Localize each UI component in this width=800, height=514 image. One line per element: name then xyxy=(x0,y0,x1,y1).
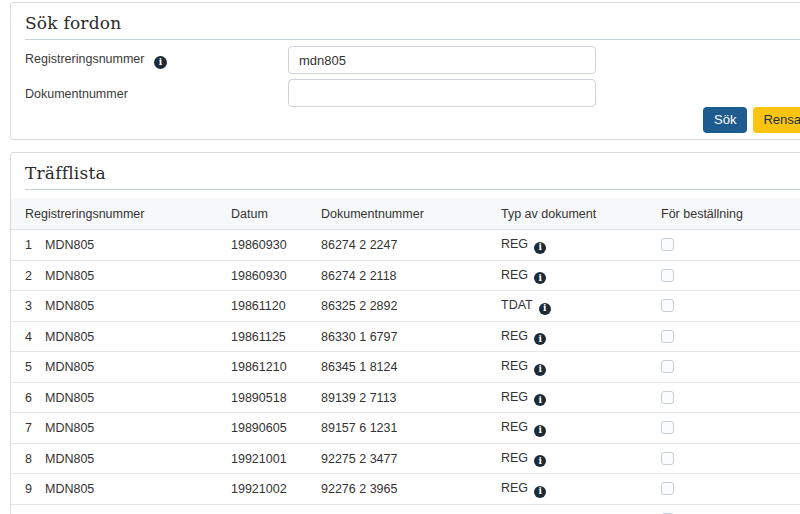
document-number-cell: 86274 2 2247 xyxy=(321,230,501,261)
order-checkbox[interactable] xyxy=(661,330,674,343)
document-type-cell: REG xyxy=(501,329,528,343)
registration-number-cell: MDN805 xyxy=(45,299,94,313)
order-checkbox[interactable] xyxy=(661,269,674,282)
date-cell: 19861210 xyxy=(231,352,321,383)
document-type-cell: REG xyxy=(501,237,528,251)
search-panel-header: Sök fordon xyxy=(25,3,800,40)
registration-number-cell: MDN805 xyxy=(45,360,94,374)
document-type-cell: REG xyxy=(501,268,528,282)
results-title: Träfflista xyxy=(25,163,800,183)
table-row: 9MDN805 19921002 92276 2 3965 REGi xyxy=(11,474,800,505)
column-header-type: Typ av dokument xyxy=(501,198,661,230)
table-row: 7MDN805 19890605 89157 6 1231 REGi xyxy=(11,413,800,444)
document-number-row: Dokumentnummer xyxy=(25,77,800,110)
order-checkbox[interactable] xyxy=(661,482,674,495)
info-icon[interactable]: i xyxy=(154,56,167,69)
table-row: 6MDN805 19890518 89139 2 7113 REGi xyxy=(11,382,800,413)
date-cell: 19921001 xyxy=(231,443,321,474)
info-icon[interactable]: i xyxy=(539,303,551,315)
table-row: 8MDN805 19921001 92275 2 3477 REGi xyxy=(11,443,800,474)
table-row: 5MDN805 19861210 86345 1 8124 REGi xyxy=(11,352,800,383)
column-header-document: Dokumentnummer xyxy=(321,198,501,230)
info-icon[interactable]: i xyxy=(534,272,546,284)
document-number-cell: 86330 1 6797 xyxy=(321,321,501,352)
order-checkbox[interactable] xyxy=(661,360,674,373)
row-number: 2 xyxy=(25,269,34,283)
table-row: 10MDN805 19930823 93236 1 3399 REGi xyxy=(11,504,800,514)
document-number-cell: 86345 1 8124 xyxy=(321,352,501,383)
row-number: 5 xyxy=(25,360,34,374)
date-cell: 19930823 xyxy=(231,504,321,514)
document-number-cell: 92276 2 3965 xyxy=(321,474,501,505)
order-checkbox[interactable] xyxy=(661,391,674,404)
registration-number-row: Registreringsnummer i xyxy=(25,44,800,77)
order-checkbox[interactable] xyxy=(661,421,674,434)
column-header-registration: Registreringsnummer xyxy=(11,198,231,230)
date-cell: 19890605 xyxy=(231,413,321,444)
registration-number-cell: MDN805 xyxy=(45,238,94,252)
info-icon[interactable]: i xyxy=(534,364,546,376)
table-row: 1MDN805 19860930 86274 2 2247 REGi xyxy=(11,230,800,261)
table-row: 3MDN805 19861120 86325 2 2892 TDATi xyxy=(11,291,800,322)
table-row: 2MDN805 19860930 86274 2 2118 REGi xyxy=(11,260,800,291)
column-header-order: För beställning xyxy=(661,198,800,230)
column-header-date: Datum xyxy=(231,198,321,230)
order-checkbox[interactable] xyxy=(661,299,674,312)
row-number: 3 xyxy=(25,299,34,313)
document-number-cell: 86274 2 2118 xyxy=(321,260,501,291)
document-number-cell: 89157 6 1231 xyxy=(321,413,501,444)
document-type-cell: REG xyxy=(501,481,528,495)
search-vehicle-panel: Sök fordon Registreringsnummer i Dokumen… xyxy=(10,2,800,140)
registration-number-cell: MDN805 xyxy=(45,452,94,466)
document-number-label: Dokumentnummer xyxy=(25,87,128,101)
document-type-cell: REG xyxy=(501,390,528,404)
row-number: 6 xyxy=(25,391,34,405)
search-button[interactable]: Sök xyxy=(703,107,747,133)
document-type-cell: REG xyxy=(501,451,528,465)
date-cell: 19890518 xyxy=(231,382,321,413)
row-number: 9 xyxy=(25,482,34,496)
registration-number-cell: MDN805 xyxy=(45,482,94,496)
document-type-cell: REG xyxy=(501,420,528,434)
info-icon[interactable]: i xyxy=(534,455,546,467)
document-number-cell: 93236 1 3399 xyxy=(321,504,501,514)
row-number: 7 xyxy=(25,421,34,435)
registration-number-cell: MDN805 xyxy=(45,391,94,405)
registration-number-cell: MDN805 xyxy=(45,421,94,435)
row-number: 8 xyxy=(25,452,34,466)
registration-number-cell: MDN805 xyxy=(45,269,94,283)
table-row: 4MDN805 19861125 86330 1 6797 REGi xyxy=(11,321,800,352)
results-table: Registreringsnummer Datum Dokumentnummer… xyxy=(11,198,800,514)
document-number-cell: 89139 2 7113 xyxy=(321,382,501,413)
results-panel: Träfflista Registreringsnummer Datum Dok… xyxy=(10,152,800,514)
info-icon[interactable]: i xyxy=(534,486,546,498)
order-checkbox[interactable] xyxy=(661,238,674,251)
info-icon[interactable]: i xyxy=(534,425,546,437)
document-type-cell: TDAT xyxy=(501,298,533,312)
page-title: Sök fordon xyxy=(25,13,800,33)
info-icon[interactable]: i xyxy=(534,333,546,345)
info-icon[interactable]: i xyxy=(534,394,546,406)
clear-button[interactable]: Rensa xyxy=(753,107,800,133)
registration-number-label: Registreringsnummer i xyxy=(25,52,167,69)
table-header-row: Registreringsnummer Datum Dokumentnummer… xyxy=(11,198,800,230)
date-cell: 19861120 xyxy=(231,291,321,322)
document-number-cell: 86325 2 2892 xyxy=(321,291,501,322)
search-actions: Sök Rensa xyxy=(703,107,800,133)
date-cell: 19921002 xyxy=(231,474,321,505)
document-number-input[interactable] xyxy=(288,79,596,107)
info-icon[interactable]: i xyxy=(534,242,546,254)
order-checkbox[interactable] xyxy=(661,452,674,465)
document-number-cell: 92275 2 3477 xyxy=(321,443,501,474)
document-type-cell: REG xyxy=(501,359,528,373)
date-cell: 19860930 xyxy=(231,260,321,291)
row-number: 4 xyxy=(25,330,34,344)
registration-number-input[interactable] xyxy=(288,46,596,74)
row-number: 1 xyxy=(25,238,34,252)
date-cell: 19860930 xyxy=(231,230,321,261)
registration-number-cell: MDN805 xyxy=(45,330,94,344)
results-panel-header: Träfflista xyxy=(25,153,800,190)
date-cell: 19861125 xyxy=(231,321,321,352)
